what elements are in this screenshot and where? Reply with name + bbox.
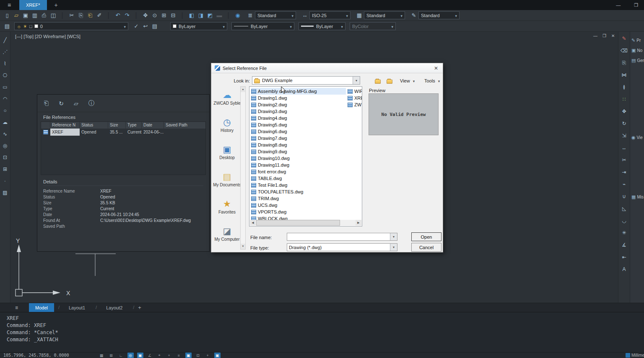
circle-icon[interactable]: ○ xyxy=(3,108,6,113)
dynamic-input-toggle[interactable]: + xyxy=(166,353,172,358)
refresh-icon[interactable]: ↻ xyxy=(59,100,64,107)
new-folder-icon[interactable] xyxy=(387,80,392,84)
layout-tab[interactable]: Layout2 xyxy=(100,303,129,312)
redraw-icon[interactable]: ◉ xyxy=(233,11,242,20)
restore-button[interactable]: ❐ xyxy=(634,3,638,8)
text-style-combo[interactable]: Standard xyxy=(255,11,296,19)
new-file-icon[interactable]: ▯ xyxy=(3,11,12,20)
file-item[interactable]: Drawing7.dwg xyxy=(251,135,346,142)
cancel-button[interactable]: Cancel xyxy=(411,243,441,252)
chevron-down-icon[interactable] xyxy=(353,77,360,84)
file-item[interactable]: WIP xyxy=(348,88,362,95)
places-sidebar-item[interactable]: ◷ History xyxy=(214,113,240,141)
linetype-combo[interactable]: ByLayer xyxy=(231,22,294,30)
make-block-icon[interactable]: ⊞ xyxy=(3,167,7,172)
rotate-icon[interactable]: ↻ xyxy=(622,121,626,126)
properties-panel-row[interactable]: ▤ Gen xyxy=(630,55,644,65)
break-icon[interactable]: ⌁ xyxy=(623,182,626,187)
file-name-input[interactable] xyxy=(289,233,390,240)
separator[interactable]: │ xyxy=(58,11,67,20)
arc-icon[interactable]: ◠ xyxy=(3,96,7,102)
xref-table-row[interactable]: XREF Opened 35.5 ... Current 2024-06-... xyxy=(41,129,205,136)
clean-screen-icon[interactable]: ▬ xyxy=(215,11,224,20)
dialog-titlebar[interactable]: Select Reference File xyxy=(211,63,443,73)
column-header[interactable]: Status xyxy=(80,122,108,129)
column-header[interactable]: Date xyxy=(142,122,164,129)
snap-mode-toggle[interactable]: ⊞ xyxy=(108,353,114,358)
scroll-up-icon[interactable] xyxy=(241,87,245,92)
mleader-style-icon[interactable]: ✎ xyxy=(409,11,418,20)
line-icon[interactable]: ╱ xyxy=(3,38,6,43)
minimize-button[interactable]: — xyxy=(616,3,621,8)
layout-tab[interactable]: Layout1 xyxy=(62,303,91,312)
paste-icon[interactable]: ⎗ xyxy=(86,11,95,20)
file-item[interactable]: Drawing2.dwg xyxy=(251,101,346,108)
attach-dwg-icon[interactable]: ⎗ xyxy=(44,100,49,107)
zoom-previous-icon[interactable]: ⊟ xyxy=(169,11,178,20)
layout-menu-icon[interactable]: ≡ xyxy=(15,305,18,311)
transparency-toggle[interactable]: ▣ xyxy=(185,353,192,358)
file-name-combo[interactable] xyxy=(287,233,397,241)
change-path-icon[interactable]: ▱ xyxy=(74,100,78,107)
separator[interactable]: │ xyxy=(132,11,141,20)
open-button[interactable]: Open xyxy=(411,232,441,241)
polar-tracking-toggle[interactable]: ◎ xyxy=(127,353,134,358)
make-layer-current-icon[interactable]: ✓ xyxy=(132,22,141,31)
file-item[interactable]: UCS.dwg xyxy=(251,202,346,209)
command-line-area[interactable]: XREF Command: XREF Command: *Cancel* Com… xyxy=(0,312,644,352)
array-icon[interactable]: ∷ xyxy=(623,97,626,102)
view-menu-button[interactable]: View xyxy=(398,77,416,85)
dim-style-combo[interactable]: ISO-25 xyxy=(309,11,351,19)
viewports-icon[interactable]: ◧ xyxy=(187,11,196,20)
chevron-down-icon[interactable] xyxy=(390,233,397,240)
places-sidebar-item[interactable]: ★ Favorites xyxy=(214,195,240,222)
text-style-icon[interactable]: ≣ xyxy=(246,11,255,20)
measure-icon[interactable]: ∡ xyxy=(622,242,626,248)
column-header[interactable]: Type xyxy=(126,122,142,129)
file-item[interactable]: Drawing3.dwg xyxy=(251,108,346,115)
redo-icon[interactable]: ↷ xyxy=(122,11,132,20)
grid-display-toggle[interactable]: ▦ xyxy=(99,353,105,358)
properties-panel-row[interactable]: ◉ Vie xyxy=(630,132,644,142)
join-icon[interactable]: ∪ xyxy=(622,194,626,199)
annotation-monitor-toggle[interactable]: + xyxy=(205,353,211,358)
annotation-scale-toggle[interactable]: ▣ xyxy=(214,353,221,358)
new-tab-button[interactable]: + xyxy=(53,2,60,8)
close-icon[interactable] xyxy=(433,65,439,71)
app-menu-icon[interactable]: ≡ xyxy=(5,2,13,8)
file-item[interactable]: Drawing6.dwg xyxy=(251,128,346,135)
text-icon[interactable]: A xyxy=(622,267,626,272)
units-indicator[interactable]: Millimeters xyxy=(626,353,644,358)
copy-icon[interactable]: ⎘ xyxy=(76,11,86,20)
chamfer-icon[interactable]: ◺ xyxy=(622,206,626,211)
column-header[interactable]: Saved Path xyxy=(164,122,205,129)
construction-line-icon[interactable]: ⋰ xyxy=(3,49,8,55)
file-item[interactable]: TOOLPALETTES.dwg xyxy=(251,188,346,195)
lineweight-combo[interactable]: ByLayer xyxy=(299,22,345,30)
match-properties-icon[interactable]: ✐ xyxy=(95,11,104,20)
drawing-minimize-button[interactable]: — xyxy=(593,33,597,38)
table-style-combo[interactable]: Standard xyxy=(364,11,405,19)
stretch-icon[interactable]: ↔ xyxy=(622,145,627,151)
file-item[interactable]: font error.dwg xyxy=(251,168,346,175)
layer-manager-icon[interactable]: ▤ xyxy=(3,22,12,31)
file-item[interactable]: ZW xyxy=(348,101,362,108)
hatch-icon[interactable]: ▨ xyxy=(3,190,7,196)
layer-previous-icon[interactable]: ↩ xyxy=(141,22,150,31)
explode-icon[interactable]: ✳ xyxy=(622,230,626,236)
object-snap-toggle[interactable]: ▣ xyxy=(137,353,143,358)
scroll-left-icon[interactable] xyxy=(250,220,256,226)
file-item[interactable]: Drawing9.dwg xyxy=(251,148,346,155)
polygon-icon[interactable]: ⎔ xyxy=(3,73,7,78)
drawing-restore-button[interactable]: ❐ xyxy=(602,33,606,38)
color-combo[interactable]: ByLayer xyxy=(170,22,227,30)
extend-icon[interactable]: ⇥ xyxy=(622,170,626,175)
tools-menu-button[interactable]: Tools xyxy=(423,77,441,85)
scrollbar-thumb[interactable] xyxy=(256,220,340,226)
places-sidebar-item[interactable]: ◪ My Computer xyxy=(214,222,240,250)
move-icon[interactable]: ✥ xyxy=(622,109,626,114)
file-item[interactable]: Assembly drawing-MFG.dwg xyxy=(251,88,346,95)
file-type-column-header[interactable] xyxy=(41,122,50,129)
drawing-close-button[interactable]: ✕ xyxy=(611,33,615,38)
file-item[interactable]: Drawing1.dwg xyxy=(251,95,346,101)
